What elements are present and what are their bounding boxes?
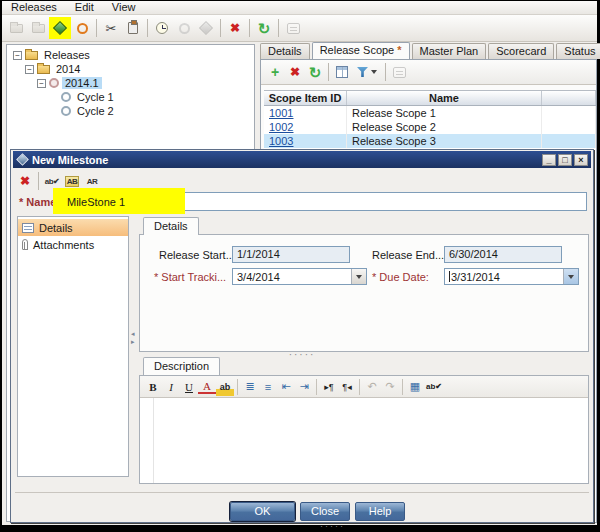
- toolbar-separator: [237, 379, 238, 395]
- due-date-label: * Due Date:: [372, 271, 429, 283]
- increase-indent-button[interactable]: ⇥: [295, 378, 313, 396]
- new-cycle-button[interactable]: [71, 17, 93, 39]
- table-row[interactable]: 1002 Release Scope 2: [264, 120, 596, 134]
- collapse-icon[interactable]: −: [25, 65, 34, 74]
- numbered-list-button[interactable]: ≡: [259, 378, 277, 396]
- maximize-button[interactable]: □: [558, 154, 572, 166]
- release-end-value: 6/30/2014: [449, 248, 498, 260]
- tree-item-releases[interactable]: − Releases: [7, 48, 254, 62]
- columns-grid-icon: [336, 66, 348, 78]
- scope-item-id-link[interactable]: 1001: [269, 107, 293, 119]
- milestone-secondary-button[interactable]: [195, 17, 217, 39]
- column-header-name[interactable]: Name: [347, 91, 542, 105]
- cut-button[interactable]: ✂: [100, 17, 122, 39]
- select-columns-button[interactable]: [332, 62, 352, 82]
- decrease-indent-button[interactable]: ⇤: [277, 378, 295, 396]
- scope-item-id-link[interactable]: 1002: [269, 121, 293, 133]
- text-highlight-button[interactable]: ab: [216, 378, 234, 396]
- clear-all-fields-button[interactable]: ✖: [15, 171, 35, 191]
- refresh-all-button[interactable]: ↻: [253, 17, 275, 39]
- tab-details[interactable]: Details: [260, 43, 310, 59]
- scope-item-extra: [542, 120, 596, 134]
- ltr-paragraph-button[interactable]: ▸¶: [320, 378, 338, 396]
- column-header-scope-item-id[interactable]: Scope Item ID: [264, 91, 347, 105]
- text-caret: [449, 271, 450, 282]
- tree-item-2014[interactable]: − 2014: [7, 62, 254, 76]
- menu-edit[interactable]: Edit: [66, 1, 103, 14]
- sidebar-splitter[interactable]: ◂▸: [131, 330, 138, 346]
- details-fields-panel: Release Start... 1/1/2014 Release End...…: [139, 234, 589, 352]
- redo-button[interactable]: ↷: [381, 378, 399, 396]
- editor-spell-check-button[interactable]: ab✔: [424, 378, 444, 396]
- ok-button[interactable]: OK: [230, 502, 295, 521]
- name-input-value: MileStone 1: [67, 196, 125, 208]
- sidebar-item-attachments[interactable]: Attachments: [18, 236, 128, 253]
- new-milestone-button[interactable]: [49, 17, 71, 39]
- tree-item-2014-1[interactable]: − 2014.1: [7, 76, 254, 90]
- menu-releases[interactable]: Releases: [2, 1, 66, 14]
- start-tracking-label: * Start Tracki...: [154, 271, 226, 283]
- description-text-area[interactable]: [140, 398, 588, 483]
- collapse-left-icon[interactable]: ◂: [131, 330, 138, 338]
- column-header-extra[interactable]: [542, 91, 596, 105]
- collapse-icon[interactable]: −: [37, 79, 46, 88]
- rtl-paragraph-button[interactable]: ¶◂: [338, 378, 356, 396]
- tree-item-cycle-2[interactable]: Cycle 2: [7, 104, 254, 118]
- help-button[interactable]: Help: [355, 502, 405, 521]
- underline-button[interactable]: U: [180, 378, 198, 396]
- due-date-combo[interactable]: 3/31/2014: [444, 268, 579, 285]
- table-row[interactable]: 1001 Release Scope 1: [264, 106, 596, 120]
- comment-icon: [287, 23, 300, 34]
- table-row-selected[interactable]: 1003 Release Scope 3: [264, 134, 596, 148]
- insert-table-button[interactable]: ▦: [406, 378, 424, 396]
- sidebar-item-label: Attachments: [33, 239, 94, 251]
- toolbar-separator: [96, 19, 97, 37]
- font-color-button[interactable]: A: [198, 379, 216, 394]
- sidebar-item-details[interactable]: Details: [18, 219, 128, 236]
- delete-icon: ✖: [290, 66, 300, 78]
- undo-button[interactable]: ↶: [363, 378, 381, 396]
- dropdown-button[interactable]: [351, 269, 366, 284]
- new-folder-button[interactable]: [5, 17, 27, 39]
- paste-button[interactable]: [122, 17, 144, 39]
- bold-button[interactable]: B: [144, 378, 162, 396]
- scope-comment-button[interactable]: [389, 62, 409, 82]
- release-end-field: 6/30/2014: [444, 246, 562, 263]
- refresh-scope-button[interactable]: ↻: [305, 62, 325, 82]
- start-tracking-combo[interactable]: 3/4/2014: [232, 268, 367, 285]
- tab-label: Release Scope: [320, 44, 395, 56]
- expand-right-icon[interactable]: ▸: [131, 338, 138, 346]
- bulleted-list-button[interactable]: ≣: [241, 378, 259, 396]
- refresh-icon: ↻: [309, 65, 322, 80]
- collapse-icon[interactable]: −: [13, 51, 22, 60]
- toolbar-separator: [278, 19, 279, 37]
- tree-item-cycle-1[interactable]: Cycle 1: [7, 90, 254, 104]
- tab-master-plan[interactable]: Master Plan: [412, 43, 487, 59]
- paste-icon: [128, 22, 138, 34]
- italic-button[interactable]: I: [162, 378, 180, 396]
- resize-grip[interactable]: ·····: [320, 521, 345, 531]
- tab-description[interactable]: Description: [143, 357, 220, 375]
- filter-button[interactable]: [352, 62, 382, 82]
- scope-item-id-link[interactable]: 1003: [269, 135, 293, 147]
- minimize-button[interactable]: _: [542, 154, 556, 166]
- horizontal-splitter[interactable]: ·····: [11, 349, 593, 360]
- toolbar-separator: [38, 172, 39, 190]
- menu-view[interactable]: View: [103, 1, 145, 14]
- delete-button[interactable]: ✖: [224, 17, 246, 39]
- delete-scope-item-button[interactable]: ✖: [285, 62, 305, 82]
- tab-release-scope[interactable]: Release Scope*: [312, 42, 410, 59]
- close-button[interactable]: Close: [300, 502, 350, 521]
- tab-scorecard[interactable]: Scorecard: [488, 43, 554, 59]
- new-release-button[interactable]: [27, 17, 49, 39]
- add-scope-item-button[interactable]: +: [265, 62, 285, 82]
- tab-dialog-details[interactable]: Details: [143, 217, 199, 235]
- dialog-title-bar[interactable]: New Milestone _ □ ×: [13, 151, 591, 168]
- clock-button[interactable]: [151, 17, 173, 39]
- dropdown-button[interactable]: [563, 269, 578, 284]
- close-button[interactable]: ×: [574, 154, 588, 166]
- toolbar-separator: [328, 63, 329, 81]
- tab-status[interactable]: Status: [556, 43, 600, 59]
- cycle-secondary-button[interactable]: [173, 17, 195, 39]
- comment-button[interactable]: [282, 17, 304, 39]
